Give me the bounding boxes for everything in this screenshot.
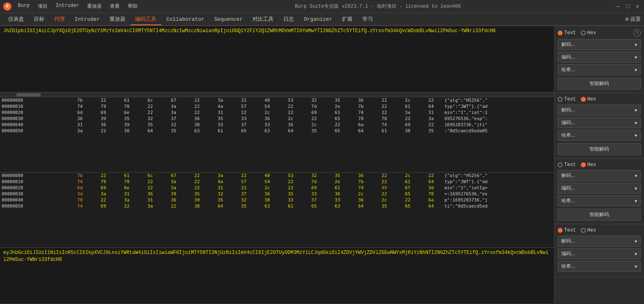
radio-text-label-4: Text <box>564 227 576 233</box>
section-4-text-area[interactable]: eyJhbGciOiJIUzI1NiIsInR5cCI6IkpXVCJ9Lnsi… <box>0 248 554 304</box>
hex-byte: 61 <box>396 103 420 109</box>
radio-hex-1[interactable]: Hex <box>581 30 596 36</box>
hex-byte: 22 <box>92 128 115 134</box>
nav-extensions[interactable]: 扩展 <box>337 14 357 25</box>
hash-button-1[interactable]: 哈希... ▾ <box>558 64 641 75</box>
hex-byte: 65 <box>396 203 420 209</box>
nav-learn[interactable]: 学习 <box>357 14 378 25</box>
nav-proxy[interactable]: 代理 <box>49 14 70 25</box>
menu-intruder[interactable]: Intruder <box>53 2 83 11</box>
right-section-3: Text Hex 解码... ▾ 编码... ▾ 哈希... ▾ 智能解码 <box>554 159 644 224</box>
hex-byte: 74 <box>68 203 92 209</box>
settings-nav[interactable]: ⚙ 设置 <box>625 15 641 23</box>
decode-button-2[interactable]: 解码... ▾ <box>558 105 641 116</box>
decode-button-1[interactable]: 解码... ▾ <box>558 39 641 50</box>
radio-hex-3[interactable]: Hex <box>581 162 596 168</box>
hex-byte: 32 <box>209 191 232 197</box>
radio-text-input-2[interactable] <box>558 97 563 102</box>
section-2-hex[interactable]: 000000007b22616c67223a224853323536222c22… <box>0 97 554 172</box>
hex-byte: 67 <box>396 185 420 191</box>
hex-byte: 22 <box>185 185 209 191</box>
menu-replay[interactable]: 重放器 <box>84 2 105 11</box>
radio-hex-input-3[interactable] <box>581 162 586 167</box>
nav-logger[interactable]: 日志 <box>278 14 299 25</box>
table-row: 0000004070223a313639353238333733362c226a… <box>0 197 554 203</box>
hex-table-2: 000000007b22616c67223a224853323536222c22… <box>0 173 554 209</box>
hex-address: 00000030 <box>0 116 68 122</box>
hex-byte: 32 <box>302 97 326 103</box>
menu-project[interactable]: 项目 <box>35 2 51 11</box>
hex-byte: 6c <box>138 173 162 179</box>
scrollbar-thumb-1[interactable] <box>16 93 41 96</box>
radio-hex-input-4[interactable] <box>581 228 586 233</box>
nav-sequencer[interactable]: Sequencer <box>209 15 248 25</box>
hash-button-2[interactable]: 哈希... ▾ <box>558 130 641 141</box>
radio-text-input-3[interactable] <box>558 162 563 167</box>
radio-hex-2[interactable]: Hex <box>581 96 596 102</box>
radio-text-input-1[interactable] <box>558 31 563 35</box>
encode-button-3[interactable]: 编码... ▾ <box>558 183 641 194</box>
menu-burp[interactable]: Burp <box>15 2 33 11</box>
nav-intruder[interactable]: Intruder <box>70 15 105 25</box>
smart-decode-button-2[interactable]: 智能解码 <box>558 143 641 155</box>
hex-byte: 4a <box>209 103 232 109</box>
nav-organizer[interactable]: Organizer <box>299 15 337 25</box>
hex-byte: 22 <box>232 109 256 116</box>
radio-text-3[interactable]: Text <box>558 162 576 168</box>
radio-group-4: Text Hex <box>558 227 641 233</box>
section-3-hex[interactable]: 000000007b22616c67223a224853323536222c22… <box>0 173 554 247</box>
hex-byte: 3d <box>419 185 443 191</box>
radio-hex-input-2[interactable] <box>581 97 586 102</box>
hex-byte: 35 <box>232 203 256 209</box>
hex-byte: 78 <box>419 191 443 197</box>
hex-byte: 32 <box>232 197 256 203</box>
encode-label-2: 编码... <box>561 119 575 126</box>
nav-encoder[interactable]: 编码工具 <box>130 14 161 25</box>
hex-byte: 69 <box>302 185 326 191</box>
hash-button-4[interactable]: 哈希... ▾ <box>558 261 641 272</box>
nav-dashboard[interactable]: 仪表盘 <box>3 14 29 25</box>
radio-text-4[interactable]: Text <box>558 227 576 233</box>
hex-byte: 22 <box>92 97 115 103</box>
chevron-down-icon-1: ▾ <box>635 42 637 48</box>
nav-compare[interactable]: 对比工具 <box>248 14 278 25</box>
help-button-1[interactable]: ? <box>633 29 641 37</box>
radio-text-input-4[interactable] <box>558 228 563 233</box>
nav-collaborator[interactable]: Collaborator <box>161 15 209 25</box>
hex-byte: 3a <box>68 128 92 134</box>
smart-decode-button-1[interactable]: 智能解码 <box>558 78 641 90</box>
encode-button-2[interactable]: 编码... ▾ <box>558 117 641 128</box>
hex-byte: 67 <box>162 173 186 179</box>
hex-address: 00000020 <box>0 109 68 116</box>
encode-button-4[interactable]: 编码... ▾ <box>558 248 641 259</box>
section-4-content: eyJhbGciOiJIUzI1NiIsInR5cCI6IkpXVCJ9Lnsi… <box>3 250 548 262</box>
menu-help[interactable]: 帮助 <box>125 2 141 11</box>
decode-button-4[interactable]: 解码... ▾ <box>558 236 641 247</box>
hex-byte: 22 <box>396 116 420 122</box>
section-1-scrollbar[interactable] <box>0 92 554 97</box>
radio-hex-input-1[interactable] <box>581 31 586 35</box>
encode-label-4: 编码... <box>561 250 575 257</box>
hex-byte: 31 <box>209 109 232 116</box>
nav-target[interactable]: 目标 <box>29 14 49 25</box>
encode-label-1: 编码... <box>561 54 575 61</box>
decode-button-3[interactable]: 解码... ▾ <box>558 170 641 181</box>
nav-repeater[interactable]: 重放器 <box>105 14 130 25</box>
menu-view[interactable]: 查看 <box>107 2 123 11</box>
chevron-down-icon-6: ▾ <box>635 133 637 138</box>
section-1-text-area[interactable]: JhZG1pbiI6IjAiLCJpYXQiOjE2OTUyNzY1MzYsIm… <box>0 26 554 92</box>
section-2: 000000007b22616c67223a224853323536222c22… <box>0 97 554 173</box>
radio-hex-4[interactable]: Hex <box>581 227 596 233</box>
close-button[interactable]: ✕ <box>634 3 641 10</box>
hex-byte: 22 <box>232 97 256 103</box>
hex-byte: 22 <box>419 173 443 179</box>
minimize-button[interactable]: — <box>615 3 621 10</box>
maximize-button[interactable]: □ <box>624 3 631 10</box>
hex-byte: 32 <box>302 173 326 179</box>
encode-button-1[interactable]: 编码... ▾ <box>558 52 641 63</box>
smart-decode-button-3[interactable]: 智能解码 <box>558 209 641 221</box>
hex-byte: 35 <box>419 128 443 134</box>
hash-button-3[interactable]: 哈希... ▾ <box>558 195 641 206</box>
radio-text-2[interactable]: Text <box>558 96 576 102</box>
radio-text-1[interactable]: Text <box>558 30 576 36</box>
